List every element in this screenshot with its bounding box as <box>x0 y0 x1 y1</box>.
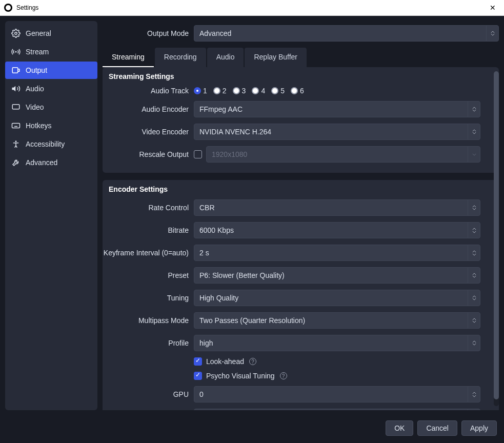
speaker-icon <box>11 84 21 93</box>
max-bframes-input[interactable]: 2 <box>194 409 480 410</box>
monitor-icon <box>11 103 21 112</box>
sidebar-item-output[interactable]: Output <box>5 62 97 79</box>
audio-track-3[interactable]: 3 <box>233 87 246 95</box>
tuning-row: Tuning High Quality <box>103 287 499 309</box>
scrollbar-thumb[interactable] <box>494 71 499 399</box>
gpu-row: GPU 0 <box>103 383 499 406</box>
sidebar-item-label: Advanced <box>26 158 57 167</box>
bitrate-row: Bitrate 6000 Kbps <box>103 219 499 241</box>
audio-track-radios: 1 2 3 4 5 6 <box>194 87 499 95</box>
profile-row: Profile high <box>103 332 499 354</box>
sidebar-item-audio[interactable]: Audio <box>5 80 97 97</box>
sidebar-item-advanced[interactable]: Advanced <box>5 154 97 171</box>
sidebar-item-accessibility[interactable]: Accessibility <box>5 135 97 153</box>
updown-icon <box>468 313 480 328</box>
sidebar-item-general[interactable]: General <box>5 25 97 42</box>
updown-icon <box>468 268 480 283</box>
sidebar-item-label: Hotkeys <box>26 122 52 130</box>
rate-control-row: Rate Control CBR <box>103 196 499 219</box>
output-mode-value: Advanced <box>199 29 231 37</box>
gear-icon <box>11 29 21 38</box>
audio-track-5[interactable]: 5 <box>271 87 285 95</box>
psycho-visual-label: Psycho Visual Tuning <box>206 372 275 380</box>
rescale-output-checkbox[interactable] <box>194 150 202 158</box>
video-encoder-label: Video Encoder <box>103 128 194 136</box>
sidebar-item-label: Video <box>26 103 44 111</box>
keyboard-icon <box>11 121 21 130</box>
audio-track-1[interactable]: 1 <box>194 87 207 95</box>
rate-control-select[interactable]: CBR <box>194 199 480 216</box>
look-ahead-row: Look-ahead ? <box>103 354 499 369</box>
audio-track-label: Audio Track <box>103 87 194 95</box>
svg-point-1 <box>15 51 17 53</box>
video-encoder-row: Video Encoder NVIDIA NVENC H.264 <box>103 120 499 143</box>
max-bframes-row: Max B-frames 2 <box>103 406 499 410</box>
updown-icon <box>468 290 480 306</box>
audio-track-2[interactable]: 2 <box>213 87 227 95</box>
gpu-input[interactable]: 0 <box>194 386 480 402</box>
audio-track-6[interactable]: 6 <box>291 87 304 95</box>
content: Output Mode Advanced Streaming Recording… <box>103 21 499 410</box>
audio-encoder-select[interactable]: FFmpeg AAC <box>194 101 480 117</box>
preset-row: Preset P6: Slower (Better Quality) <box>103 264 499 287</box>
rescale-output-label: Rescale Output <box>103 150 194 158</box>
psycho-visual-checkbox[interactable] <box>194 372 202 380</box>
tab-recording[interactable]: Recording <box>155 48 206 67</box>
chevron-down-icon <box>468 147 480 162</box>
spinner-icon[interactable] <box>468 223 480 238</box>
sidebar-item-video[interactable]: Video <box>5 98 97 116</box>
help-icon[interactable]: ? <box>280 372 287 379</box>
svg-rect-5 <box>12 124 20 128</box>
sidebar-item-label: Audio <box>26 85 44 93</box>
svg-point-6 <box>15 140 17 142</box>
spinner-icon[interactable] <box>468 387 480 402</box>
encoder-settings-group: Encoder Settings Rate Control CBR Bitrat… <box>103 180 499 410</box>
video-encoder-select[interactable]: NVIDIA NVENC H.264 <box>194 124 480 140</box>
close-button[interactable]: ✕ <box>487 3 499 13</box>
output-mode-select[interactable]: Advanced <box>194 25 499 42</box>
audio-track-4[interactable]: 4 <box>252 87 265 95</box>
sidebar-item-stream[interactable]: Stream <box>5 43 97 61</box>
svg-point-0 <box>15 32 17 35</box>
tools-icon <box>11 158 21 167</box>
accessibility-icon <box>11 139 21 149</box>
sidebar-item-label: General <box>26 29 51 37</box>
streaming-settings-title: Streaming Settings <box>103 67 499 84</box>
multipass-select[interactable]: Two Passes (Quarter Resolution) <box>194 312 480 329</box>
cancel-button[interactable]: Cancel <box>417 420 457 436</box>
multipass-row: Multipass Mode Two Passes (Quarter Resol… <box>103 309 499 332</box>
svg-marker-3 <box>12 86 16 92</box>
spinner-icon[interactable] <box>468 245 480 260</box>
ok-button[interactable]: OK <box>386 420 413 436</box>
profile-select[interactable]: high <box>194 335 480 351</box>
updown-icon <box>486 26 498 41</box>
audio-encoder-label: Audio Encoder <box>103 105 194 113</box>
tab-replay-buffer[interactable]: Replay Buffer <box>245 48 307 67</box>
tabs: Streaming Recording Audio Replay Buffer <box>103 48 499 67</box>
output-mode-row: Output Mode Advanced <box>103 21 499 48</box>
apply-button[interactable]: Apply <box>461 420 497 436</box>
help-icon[interactable]: ? <box>249 358 256 365</box>
rescale-output-select[interactable]: 1920x1080 <box>206 146 480 163</box>
sidebar-item-hotkeys[interactable]: Hotkeys <box>5 117 97 134</box>
tab-audio[interactable]: Audio <box>207 48 244 67</box>
bitrate-input[interactable]: 6000 Kbps <box>194 222 480 238</box>
psycho-visual-row: Psycho Visual Tuning ? <box>103 369 499 383</box>
look-ahead-checkbox[interactable] <box>194 357 202 366</box>
updown-icon <box>468 124 480 139</box>
spinner-icon[interactable] <box>468 409 480 410</box>
keyframe-interval-row: Keyframe Interval (0=auto) 2 s <box>103 241 499 264</box>
titlebar: Settings ✕ <box>0 0 504 16</box>
svg-rect-4 <box>12 105 19 109</box>
panel-scroll[interactable]: Streaming Settings Audio Track 1 2 3 4 5… <box>103 67 499 410</box>
rescale-output-row: Rescale Output 1920x1080 <box>103 143 499 166</box>
broadcast-icon <box>11 47 21 56</box>
preset-select[interactable]: P6: Slower (Better Quality) <box>194 267 480 284</box>
tab-streaming[interactable]: Streaming <box>103 48 154 67</box>
streaming-settings-group: Streaming Settings Audio Track 1 2 3 4 5… <box>103 67 499 173</box>
keyframe-interval-input[interactable]: 2 s <box>194 245 480 261</box>
window-title: Settings <box>16 4 38 11</box>
updown-icon <box>468 200 480 215</box>
sidebar: General Stream Output Audio Video Hotkey… <box>5 21 97 410</box>
tuning-select[interactable]: High Quality <box>194 290 480 306</box>
